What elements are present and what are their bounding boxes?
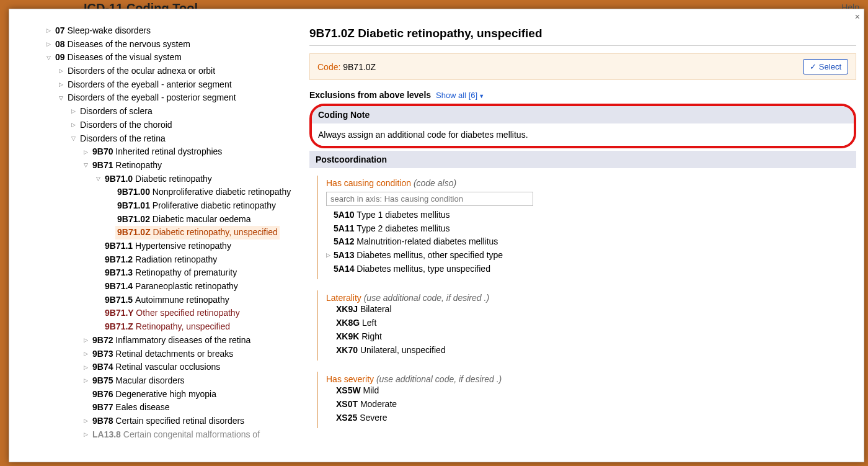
code-label: Code: (317, 62, 340, 72)
tree-node[interactable]: ▷07 Sleep-wake disorders (34, 24, 297, 38)
tree-node[interactable]: ▷9B72 Inflammatory diseases of the retin… (34, 334, 297, 347)
expand-icon[interactable]: ▷ (326, 251, 334, 260)
tree-node-code: 9B75 (92, 375, 115, 385)
expand-icon[interactable]: ▷ (84, 377, 92, 385)
axis-item-label: Moderate (360, 399, 397, 409)
tree-node-code: 9B70 (92, 146, 115, 156)
axis-item-label: Type 2 diabetes mellitus (356, 223, 450, 233)
expand-icon[interactable]: ▷ (84, 364, 92, 372)
tree-node-code: 08 (55, 39, 67, 49)
tree-node[interactable]: 9B77 Eales disease (34, 401, 297, 414)
tree-node[interactable]: 9B71.4 Paraneoplastic retinopathy (34, 280, 297, 293)
tree-node[interactable]: ▷08 Diseases of the nervous system (34, 38, 297, 52)
axis-item-code: XS0T (336, 399, 360, 409)
tree-node-code: 9B71.00 (117, 187, 153, 197)
expand-icon[interactable]: ▷ (46, 40, 55, 49)
collapse-icon[interactable]: ▽ (71, 135, 80, 143)
expand-icon[interactable]: ▷ (71, 107, 80, 116)
tree-node-code: 9B71.02 (117, 214, 153, 224)
tree-node[interactable]: 9B71.5 Autoimmune retinopathy (34, 293, 297, 307)
axis-item[interactable]: XK8G Left (326, 316, 856, 330)
axis-item-code: XK9J (336, 304, 360, 314)
show-all-link[interactable]: Show all [6]▼ (436, 91, 484, 100)
expand-icon[interactable]: ▷ (84, 148, 92, 157)
axis-item[interactable]: 5A11 Type 2 diabetes mellitus (326, 222, 856, 236)
expand-icon[interactable]: ▷ (59, 81, 68, 89)
axis-title: Laterality (326, 293, 364, 303)
axis-item[interactable]: XS25 Severe (326, 411, 856, 425)
detail-pane[interactable]: 9B71.0Z Diabetic retinopathy, unspecifie… (302, 22, 864, 462)
axis-item[interactable]: XK9J Bilateral (326, 303, 856, 316)
tree-node[interactable]: 9B71.1 Hypertensive retinopathy (34, 240, 297, 253)
hierarchy-tree-pane[interactable]: ▷07 Sleep-wake disorders▷08 Diseases of … (9, 22, 302, 462)
axis-item[interactable]: 5A12 Malnutrition-related diabetes melli… (326, 235, 856, 249)
expand-icon[interactable]: ▷ (71, 121, 80, 130)
axis-item[interactable]: 5A14 Diabetes mellitus, type unspecified (326, 262, 856, 276)
expand-icon[interactable]: ▷ (59, 67, 68, 76)
tree-node[interactable]: ▷Disorders of the ocular adnexa or orbit (34, 65, 297, 78)
axis-item[interactable]: ▷5A13 Diabetes mellitus, other specified… (326, 249, 856, 262)
tree-node[interactable]: 9B71.0Z Diabetic retinopathy, unspecifie… (34, 226, 297, 240)
axis-item[interactable]: XK9K Right (326, 330, 856, 344)
tree-node-code: 07 (55, 25, 67, 35)
tree-node[interactable]: ▽Disorders of the eyeball - posterior se… (34, 91, 297, 105)
tree-node[interactable]: 9B71.00 Nonproliferative diabetic retino… (34, 186, 297, 199)
tree-node[interactable]: ▷9B75 Macular disorders (34, 374, 297, 388)
axis-hint: (use additional code, if desired .) (376, 374, 502, 384)
tree-node[interactable]: 9B76 Degenerative high myopia (34, 388, 297, 401)
tree-node-code: 9B71.4 (105, 281, 135, 291)
tree-node[interactable]: 9B71.01 Proliferative diabetic retinopat… (34, 199, 297, 213)
tree-node-code: 9B71.0Z (117, 227, 153, 237)
expand-icon[interactable]: ▷ (84, 417, 92, 426)
coding-note-header: Coding Note (312, 106, 854, 123)
axis-item-code: XS5W (336, 385, 363, 395)
axis-item-code: XK8G (336, 318, 362, 328)
axis-item[interactable]: XK70 Unilateral, unspecified (326, 344, 856, 357)
expand-icon[interactable]: ▷ (46, 27, 55, 35)
axis-item-label: Malnutrition-related diabetes mellitus (356, 236, 498, 246)
tree-node[interactable]: ▷9B70 Inherited retinal dystrophies (34, 145, 297, 159)
axis-search-input[interactable] (326, 192, 533, 206)
axis-item[interactable]: 5A10 Type 1 diabetes mellitus (326, 208, 856, 222)
tree-node[interactable]: 9B71.02 Diabetic macular oedema (34, 213, 297, 226)
tree-node-label: Diabetic retinopathy (135, 174, 212, 184)
tree-node[interactable]: 9B71.Y Other specified retinopathy (34, 307, 297, 320)
collapse-icon[interactable]: ▽ (96, 175, 105, 184)
tree-node[interactable]: ▷LA13.8 Certain congenital malformations… (34, 428, 297, 442)
collapse-icon[interactable]: ▽ (46, 54, 55, 63)
tree-node-label: Retinopathy (115, 160, 162, 170)
axis-item-label: Mild (363, 385, 379, 395)
tree-node[interactable]: 9B71.3 Retinopathy of prematurity (34, 266, 297, 280)
tree-node[interactable]: 9B71.Z Retinopathy, unspecified (34, 320, 297, 334)
tree-node[interactable]: ▷Disorders of the choroid (34, 119, 297, 132)
tree-node-code: 9B71.3 (105, 267, 135, 277)
axis-item[interactable]: XS5W Mild (326, 384, 856, 398)
entity-title: 9B71.0Z Diabetic retinopathy, unspecifie… (309, 27, 856, 40)
tree-node-label: Paraneoplastic retinopathy (135, 281, 238, 291)
tree-node[interactable]: ▽9B71.0 Diabetic retinopathy (34, 173, 297, 186)
tree-node[interactable]: ▷9B74 Retinal vascular occlusions (34, 361, 297, 374)
axis-item-code: XK70 (336, 345, 360, 355)
exclusions-row: Exclusions from above levels Show all [6… (309, 90, 856, 100)
select-button[interactable]: ✓ Select (803, 59, 848, 74)
axis-item[interactable]: XS0T Moderate (326, 398, 856, 411)
expand-icon[interactable]: ▷ (84, 431, 92, 439)
tree-node[interactable]: ▽9B71 Retinopathy (34, 159, 297, 173)
expand-icon[interactable]: ▷ (84, 336, 92, 345)
tree-node-label: Inflammatory diseases of the retina (115, 335, 250, 345)
axis-item-code: 5A11 (334, 223, 356, 233)
tree-node[interactable]: ▽Disorders of the retina (34, 132, 297, 146)
axis-item-code: 5A13 (334, 250, 356, 260)
tree-node[interactable]: ▷Disorders of the eyeball - anterior seg… (34, 78, 297, 92)
tree-node[interactable]: ▽09 Diseases of the visual system (34, 51, 297, 65)
collapse-icon[interactable]: ▽ (84, 161, 92, 170)
collapse-icon[interactable]: ▽ (59, 94, 68, 103)
close-icon[interactable]: × (855, 12, 860, 22)
tree-node[interactable]: ▷Disorders of sclera (34, 105, 297, 119)
tree-node[interactable]: ▷9B73 Retinal detachments or breaks (34, 347, 297, 361)
tree-node-label: Disorders of the eyeball - anterior segm… (68, 79, 232, 89)
tree-node[interactable]: 9B71.2 Radiation retinopathy (34, 253, 297, 267)
tree-node-code: 9B71.1 (105, 241, 135, 251)
expand-icon[interactable]: ▷ (84, 350, 92, 359)
tree-node[interactable]: ▷9B78 Certain specified retinal disorder… (34, 414, 297, 428)
